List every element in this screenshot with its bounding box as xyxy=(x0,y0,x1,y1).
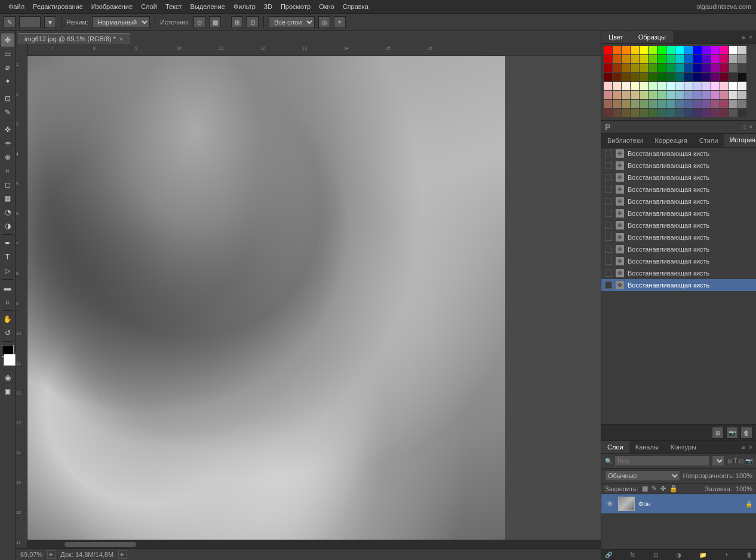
swatch[interactable] xyxy=(684,109,693,117)
swatch[interactable] xyxy=(613,64,621,72)
tool-blur[interactable]: ◔ xyxy=(1,206,14,219)
tool-pen[interactable]: ✒ xyxy=(1,237,14,250)
swatch[interactable] xyxy=(738,46,746,54)
swatch[interactable] xyxy=(613,46,621,54)
swatch[interactable] xyxy=(693,46,702,54)
swatch[interactable] xyxy=(720,82,729,90)
scrollbar-horizontal[interactable] xyxy=(27,540,601,548)
swatch[interactable] xyxy=(702,82,711,90)
swatch[interactable] xyxy=(649,55,657,63)
swatch[interactable] xyxy=(640,82,648,90)
swatch[interactable] xyxy=(640,73,648,81)
swatch[interactable] xyxy=(738,82,746,90)
swatch[interactable] xyxy=(675,109,684,117)
swatch[interactable] xyxy=(666,91,675,99)
tool-select-rect[interactable]: ▭ xyxy=(1,47,14,60)
swatch[interactable] xyxy=(631,46,639,54)
swatch[interactable] xyxy=(675,64,684,72)
swatch[interactable] xyxy=(675,91,684,99)
history-item-4[interactable]: ✜ Восстанавливающая кисть xyxy=(601,183,756,195)
swatch[interactable] xyxy=(640,46,648,54)
menu-window[interactable]: Окно xyxy=(315,2,338,11)
history-checkbox[interactable] xyxy=(605,150,612,157)
history-checkbox[interactable] xyxy=(605,258,612,265)
swatch[interactable] xyxy=(631,91,639,99)
layer-link-icon[interactable]: 🔗 xyxy=(605,552,612,558)
tab-history[interactable]: История xyxy=(724,134,756,147)
canvas-container[interactable] xyxy=(27,56,601,540)
history-item-11[interactable]: ✜ Восстанавливающая кисть xyxy=(601,267,756,279)
swatch[interactable] xyxy=(649,46,657,54)
swatch[interactable] xyxy=(693,55,702,63)
swatch[interactable] xyxy=(684,64,693,72)
swatch[interactable] xyxy=(720,46,729,54)
swatch[interactable] xyxy=(738,109,746,117)
swatch[interactable] xyxy=(666,82,675,90)
menu-select[interactable]: Выделение xyxy=(187,2,229,11)
swatch[interactable] xyxy=(711,91,720,99)
swatch[interactable] xyxy=(631,109,639,117)
tool-gradient[interactable]: ▦ xyxy=(1,192,14,205)
swatch[interactable] xyxy=(622,64,630,72)
swatch[interactable] xyxy=(640,55,648,63)
swatch[interactable] xyxy=(720,109,729,117)
tool-move[interactable]: ✤ xyxy=(1,33,14,47)
layer-adjustment-icon[interactable]: ◑ xyxy=(676,552,681,558)
menu-edit[interactable]: Редактирование xyxy=(29,2,87,11)
tool-screen-mode[interactable]: ▣ xyxy=(1,385,14,398)
swatch[interactable] xyxy=(684,82,693,90)
swatch[interactable] xyxy=(657,91,666,99)
swatch[interactable] xyxy=(622,109,630,117)
swatch[interactable] xyxy=(711,46,720,54)
swatch[interactable] xyxy=(702,109,711,117)
swatch[interactable] xyxy=(613,109,621,117)
tool-heal[interactable]: ✜ xyxy=(1,123,14,136)
aligned-icon[interactable]: ⊞ xyxy=(231,16,243,28)
swatch[interactable] xyxy=(711,82,720,90)
layers-menu-icon[interactable]: ≡ xyxy=(740,443,746,451)
swatch[interactable] xyxy=(693,82,702,90)
swatch[interactable] xyxy=(604,46,612,54)
lock-position-icon[interactable]: ✤ xyxy=(660,485,666,492)
menu-3d[interactable]: 3D xyxy=(260,2,276,11)
layers-search-input[interactable] xyxy=(614,455,709,466)
swatch[interactable] xyxy=(684,100,693,108)
history-checkbox[interactable] xyxy=(605,186,612,193)
swatch[interactable] xyxy=(738,73,746,81)
layers-close-icon[interactable]: × xyxy=(748,443,754,451)
layers-filter-select[interactable]: ▼ xyxy=(712,455,725,466)
swatch[interactable] xyxy=(702,91,711,99)
properties-menu-icon[interactable]: ≡ xyxy=(743,124,746,130)
history-item-8[interactable]: ✜ Восстанавливающая кисть xyxy=(601,231,756,243)
swatch[interactable] xyxy=(649,82,657,90)
lock-all-icon[interactable]: 🔒 xyxy=(669,485,678,492)
layers-select-toolbar[interactable]: Все слои xyxy=(269,16,315,28)
source-pattern-icon[interactable]: ▦ xyxy=(209,16,221,28)
swatch[interactable] xyxy=(657,46,666,54)
swatch[interactable] xyxy=(729,64,737,72)
mode-select[interactable]: Нормальный xyxy=(92,16,150,28)
layer-visibility-icon[interactable]: 👁 xyxy=(605,499,614,509)
swatch[interactable] xyxy=(729,73,737,81)
swatch[interactable] xyxy=(720,73,729,81)
layers-filter-icons[interactable]: ⊞ T ⊡ 📷 xyxy=(727,458,752,464)
swatch[interactable] xyxy=(604,73,612,81)
history-new-snapshot-icon[interactable]: ⊞ xyxy=(712,427,724,439)
swatch[interactable] xyxy=(711,100,720,108)
tab-correction[interactable]: Коррекция xyxy=(649,134,693,146)
swatch[interactable] xyxy=(684,55,693,63)
history-checkbox[interactable] xyxy=(605,210,612,217)
tool-dodge[interactable]: ◑ xyxy=(1,219,14,232)
brush-size-input[interactable]: 74 xyxy=(19,16,41,28)
status-info-icon[interactable]: ▶ xyxy=(118,550,127,559)
tool-clone[interactable]: ⊕ xyxy=(1,151,14,164)
history-checkbox[interactable] xyxy=(605,281,612,289)
swatch[interactable] xyxy=(711,55,720,63)
swatch[interactable] xyxy=(729,82,737,90)
history-checkbox[interactable] xyxy=(605,270,612,277)
lock-image-icon[interactable]: ✎ xyxy=(651,485,657,492)
panel-menu-icon[interactable]: ≡ xyxy=(740,33,746,41)
swatch[interactable] xyxy=(675,46,684,54)
layer-group-icon[interactable]: 📁 xyxy=(699,552,706,558)
layer-item-background[interactable]: 👁 Фон 🔒 xyxy=(601,494,756,513)
